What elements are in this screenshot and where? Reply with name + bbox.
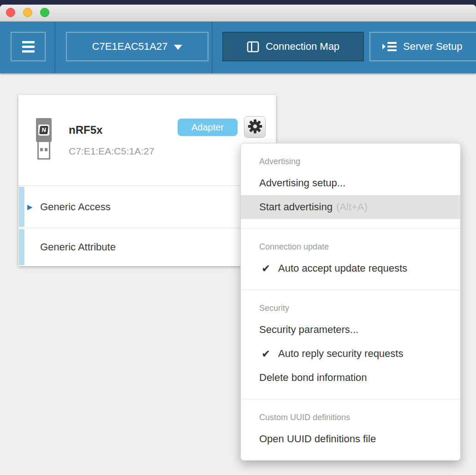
tab-server-setup[interactable]: Server Setup: [369, 32, 476, 61]
fullscreen-button[interactable]: [40, 8, 49, 17]
service-label: Generic Attribute: [40, 241, 116, 253]
check-icon: ✔: [262, 348, 278, 360]
menu-section-header: Advertising: [241, 152, 460, 171]
main-menu-button[interactable]: [11, 32, 46, 61]
device-card: N nRF5x C7:E1:EA:C5:1A:27 Adapter: [18, 95, 276, 266]
service-label: Generic Access: [40, 201, 111, 213]
menu-item-advertising-setup[interactable]: Advertising setup...: [241, 171, 460, 195]
device-address: C7:E1:EA:C5:1A:27: [69, 146, 155, 157]
nordic-logo-icon: N: [39, 126, 48, 134]
menu-section-header: Custom UUID definitions: [241, 408, 460, 427]
menu-section-advertising: Advertising Advertising setup... Start a…: [241, 143, 460, 229]
menu-item-label: Auto reply security requests: [278, 348, 403, 360]
menu-item-auto-accept-update-requests[interactable]: ✔ Auto accept update requests: [241, 256, 460, 280]
menu-item-security-parameters[interactable]: Security parameters...: [241, 318, 460, 342]
menu-item-shortcut: (Alt+A): [336, 201, 368, 213]
toolbar: C7E1EAC51A27 Connection Map Server Setup: [0, 22, 476, 73]
device-card-header: N nRF5x C7:E1:EA:C5:1A:27 Adapter: [18, 95, 276, 185]
menu-item-label: Start advertising: [259, 201, 333, 213]
expand-arrow-icon[interactable]: ▶: [27, 203, 33, 211]
service-row-generic-attribute[interactable]: Generic Attribute: [18, 228, 276, 266]
menu-item-label: Auto accept update requests: [278, 262, 407, 274]
close-button[interactable]: [6, 8, 15, 17]
tab-label: Connection Map: [266, 41, 339, 53]
device-name: nRF5x: [69, 124, 102, 137]
titlebar: [0, 5, 476, 22]
caret-down-icon: [174, 45, 182, 50]
menu-section-header: Connection update: [241, 237, 460, 256]
menu-item-label: Open UUID definitions file: [259, 433, 376, 445]
menu-section-connection-update: Connection update ✔ Auto accept update r…: [241, 229, 460, 290]
menu-item-label: Delete bond information: [259, 372, 367, 384]
toolbar-divider: [212, 22, 213, 73]
server-setup-icon: [382, 42, 397, 51]
menu-section-custom-uuid-definitions: Custom UUID definitions Open UUID defini…: [241, 399, 460, 460]
device-options-button[interactable]: [244, 116, 266, 138]
app-window: C7E1EAC51A27 Connection Map Server Setup: [0, 5, 476, 475]
tab-label: Server Setup: [403, 41, 462, 53]
menu-item-label: Security parameters...: [259, 324, 358, 336]
minimize-button[interactable]: [23, 8, 32, 17]
service-accent-bar: [19, 229, 24, 265]
gear-icon: [247, 119, 263, 136]
menu-item-auto-reply-security-requests[interactable]: ✔ Auto reply security requests: [241, 342, 460, 366]
menu-item-delete-bond-information[interactable]: Delete bond information: [241, 366, 460, 390]
usb-dongle-icon: N: [36, 118, 52, 160]
service-row-generic-access[interactable]: ▶ Generic Access: [18, 185, 276, 228]
toolbar-divider: [54, 22, 55, 73]
adapter-badge: Adapter: [178, 119, 238, 136]
tab-connection-map[interactable]: Connection Map: [222, 32, 364, 61]
menu-section-security: Security Security parameters... ✔ Auto r…: [241, 290, 460, 399]
check-icon: ✔: [262, 262, 278, 275]
menu-section-header: Security: [241, 298, 460, 318]
menu-item-start-advertising[interactable]: Start advertising (Alt+A): [241, 195, 460, 219]
service-accent-bar: [19, 187, 24, 227]
menu-item-open-uuid-definitions-file[interactable]: Open UUID definitions file: [241, 427, 460, 451]
device-selector-value: C7E1EAC51A27: [92, 41, 168, 53]
menu-item-label: Advertising setup...: [259, 177, 345, 189]
connection-map-icon: [247, 41, 259, 53]
gear-context-menu: Advertising Advertising setup... Start a…: [240, 143, 461, 461]
device-selector[interactable]: C7E1EAC51A27: [66, 32, 208, 61]
hamburger-icon: [22, 41, 35, 53]
